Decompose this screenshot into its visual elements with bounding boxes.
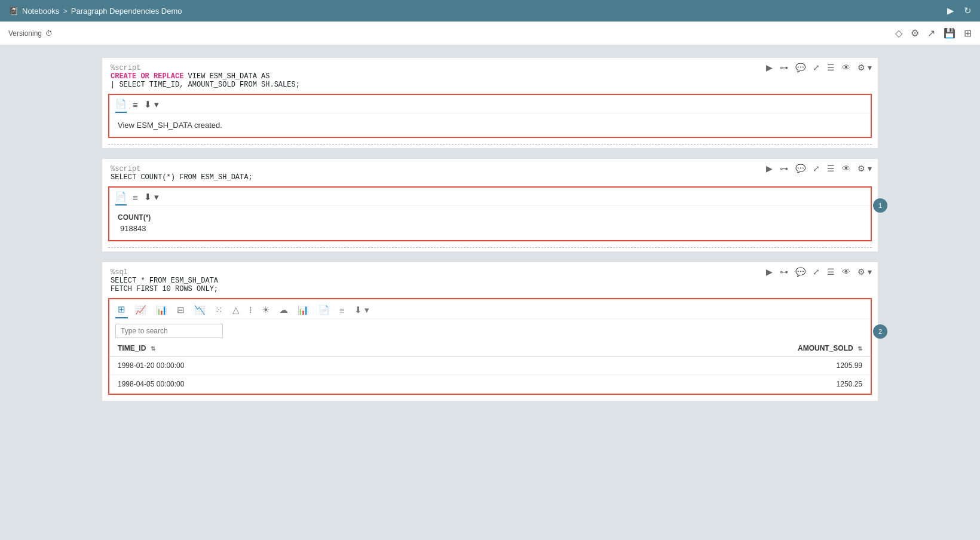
para2-gear-icon[interactable]: ⚙ ▾ bbox=[858, 164, 872, 173]
toolbar-right: ◇ ⚙ ↗ 💾 ⊞ bbox=[895, 27, 972, 39]
breadcrumb-separator: > bbox=[63, 7, 68, 16]
main-content: ▶ ⊶ 💬 ⤢ ☰ 👁 ⚙ ▾ %script CREATE OR REPLAC… bbox=[0, 45, 980, 540]
para1-result-content: View ESM_SH_DATA created. bbox=[109, 113, 871, 137]
page-title: Paragraph Dependencies Demo bbox=[71, 7, 182, 16]
para1-run-icon[interactable]: ▶ bbox=[766, 63, 773, 72]
para2-code-line1: SELECT COUNT(*) FROM ESM_SH_DATA; bbox=[111, 173, 869, 182]
para2-tab-file[interactable]: 📄 bbox=[115, 191, 127, 205]
para2-badge: 1 bbox=[873, 198, 887, 213]
para1-dashed-line bbox=[108, 144, 872, 145]
para2-expand-icon[interactable]: ⤢ bbox=[813, 164, 820, 173]
para1-tab-sliders[interactable]: ≡ bbox=[133, 100, 138, 112]
para3-tab-file[interactable]: 📄 bbox=[316, 303, 332, 318]
para3-tab-table[interactable]: ⊞ bbox=[115, 303, 128, 318]
para3-badge: 2 bbox=[873, 324, 887, 339]
para2-tab-download[interactable]: ⬇ ▾ bbox=[144, 192, 159, 205]
para3-tab-sun[interactable]: ☀ bbox=[259, 303, 272, 318]
para3-gear-icon[interactable]: ⚙ ▾ bbox=[858, 267, 872, 277]
para3-tab-dots[interactable]: ⁞ bbox=[247, 303, 255, 318]
paragraph-3: ▶ ⊶ 💬 ⤢ ☰ 👁 ⚙ ▾ 2 %sql SELECT * FROM ESM… bbox=[102, 262, 878, 401]
toolbar: Versioning ⏱ ◇ ⚙ ↗ 💾 ⊞ bbox=[0, 22, 980, 45]
amount-sort-icon[interactable]: ⇅ bbox=[858, 345, 862, 352]
cell-time_id-2: 1998-04-05 00:00:00 bbox=[109, 375, 495, 394]
para3-tab-download[interactable]: ⬇ ▾ bbox=[352, 303, 372, 318]
notebook-icon: 📓 bbox=[8, 6, 19, 16]
para1-expand-icon[interactable]: ⤢ bbox=[813, 63, 820, 72]
para3-list-icon[interactable]: ☰ bbox=[827, 267, 835, 277]
para2-hierarchy-icon[interactable]: ⊶ bbox=[780, 164, 788, 173]
para2-result-content: COUNT(*) 918843 bbox=[109, 206, 871, 240]
para3-tab-cloud[interactable]: ☁ bbox=[277, 303, 290, 318]
para3-tab-triangle[interactable]: △ bbox=[230, 303, 242, 318]
para1-code-line2: | SELECT TIME_ID, AMOUNT_SOLD FROM SH.SA… bbox=[111, 81, 869, 89]
para3-tab-chart2[interactable]: 📊 bbox=[295, 303, 311, 318]
para3-tab-scatter[interactable]: ⁙ bbox=[213, 303, 225, 318]
para3-search-box bbox=[115, 324, 865, 338]
para3-code-line2: FETCH FIRST 10 ROWS ONLY; bbox=[111, 285, 869, 293]
para3-code: %sql SELECT * FROM ESM_SH_DATA FETCH FIR… bbox=[102, 262, 878, 296]
top-bar: 📓 Notebooks > Paragraph Dependencies Dem… bbox=[0, 0, 980, 22]
para2-dashed-line bbox=[108, 247, 872, 248]
para3-tab-areachart[interactable]: 📉 bbox=[192, 303, 208, 318]
para1-gear-icon[interactable]: ⚙ ▾ bbox=[858, 63, 872, 72]
para3-data-table: TIME_ID ⇅ AMOUNT_SOLD ⇅ 1998-01-20 00:00… bbox=[109, 340, 871, 394]
para1-tab-file[interactable]: 📄 bbox=[115, 99, 127, 113]
refresh-icon[interactable]: ↻ bbox=[964, 5, 972, 16]
table-header-row: TIME_ID ⇅ AMOUNT_SOLD ⇅ bbox=[109, 340, 871, 357]
para3-run-icon[interactable]: ▶ bbox=[766, 267, 773, 277]
para2-result: 📄 ≡ ⬇ ▾ COUNT(*) 918843 bbox=[108, 186, 872, 241]
para2-magic: %script bbox=[111, 165, 869, 173]
col-header-time_id: TIME_ID ⇅ bbox=[109, 340, 495, 357]
cell-time_id-1: 1998-01-20 00:00:00 bbox=[109, 357, 495, 375]
table-row: 1998-01-20 00:00:00 1205.99 bbox=[109, 357, 871, 375]
breadcrumb: 📓 Notebooks > Paragraph Dependencies Dem… bbox=[8, 6, 182, 16]
para1-magic: %script bbox=[111, 64, 869, 72]
para2-tab-sliders[interactable]: ≡ bbox=[133, 192, 138, 205]
cell-amount_sold-1: 1205.99 bbox=[495, 357, 871, 375]
table-row: 1998-04-05 00:00:00 1250.25 bbox=[109, 375, 871, 394]
para1-comment-icon[interactable]: 💬 bbox=[795, 63, 806, 72]
para3-eye-icon[interactable]: 👁 bbox=[842, 267, 850, 277]
para3-magic: %sql bbox=[111, 268, 869, 277]
para3-tab-filterchart[interactable]: ⊟ bbox=[174, 303, 187, 318]
para2-toolbar: ▶ ⊶ 💬 ⤢ ☰ 👁 ⚙ ▾ bbox=[766, 164, 872, 173]
para2-col-value: 918843 bbox=[118, 224, 862, 233]
para3-code-line1: SELECT * FROM ESM_SH_DATA bbox=[111, 277, 869, 285]
para3-tab-sliders[interactable]: ≡ bbox=[337, 304, 347, 318]
para1-list-icon[interactable]: ☰ bbox=[827, 63, 835, 72]
para3-tab-barchart[interactable]: 📊 bbox=[154, 303, 170, 318]
para1-eye-icon[interactable]: 👁 bbox=[842, 63, 850, 72]
col-header-amount_sold: AMOUNT_SOLD ⇅ bbox=[495, 340, 871, 357]
notebooks-label[interactable]: Notebooks bbox=[22, 7, 59, 16]
clone-icon[interactable]: ⊞ bbox=[964, 27, 972, 39]
timeid-sort-icon[interactable]: ⇅ bbox=[151, 345, 155, 352]
para3-result: ⊞ 📈 📊 ⊟ 📉 ⁙ △ ⁞ ☀ ☁ 📊 📄 ≡ ⬇ ▾ bbox=[108, 298, 872, 395]
para3-comment-icon[interactable]: 💬 bbox=[795, 267, 806, 277]
cell-amount_sold-2: 1250.25 bbox=[495, 375, 871, 394]
para1-result: 📄 ≡ ⬇ ▾ View ESM_SH_DATA created. bbox=[108, 94, 872, 138]
para1-result-text: View ESM_SH_DATA created. bbox=[118, 121, 222, 130]
para3-hierarchy-icon[interactable]: ⊶ bbox=[780, 267, 788, 277]
para2-list-icon[interactable]: ☰ bbox=[827, 164, 835, 173]
para1-result-tabs: 📄 ≡ ⬇ ▾ bbox=[109, 95, 871, 113]
paragraph-1: ▶ ⊶ 💬 ⤢ ☰ 👁 ⚙ ▾ %script CREATE OR REPLAC… bbox=[102, 57, 878, 149]
para1-hierarchy-icon[interactable]: ⊶ bbox=[780, 63, 788, 72]
search-input[interactable] bbox=[115, 324, 223, 338]
save-icon[interactable]: 💾 bbox=[944, 27, 956, 39]
export-icon[interactable]: ↗ bbox=[927, 27, 935, 39]
run-icon[interactable]: ▶ bbox=[947, 5, 954, 16]
top-actions: ▶ ↻ bbox=[947, 5, 972, 16]
para3-expand-icon[interactable]: ⤢ bbox=[813, 267, 820, 277]
para2-eye-icon[interactable]: 👁 bbox=[842, 164, 850, 173]
para2-code: %script SELECT COUNT(*) FROM ESM_SH_DATA… bbox=[102, 159, 878, 184]
para1-code-line1: CREATE OR REPLACE VIEW ESM_SH_DATA AS bbox=[111, 72, 869, 81]
network-icon[interactable]: ⚙ bbox=[911, 27, 919, 39]
para2-comment-icon[interactable]: 💬 bbox=[795, 164, 806, 173]
eraser-icon[interactable]: ◇ bbox=[895, 27, 902, 39]
para3-tab-linechart[interactable]: 📈 bbox=[133, 303, 149, 318]
para2-run-icon[interactable]: ▶ bbox=[766, 164, 773, 173]
para1-code: %script CREATE OR REPLACE VIEW ESM_SH_DA… bbox=[102, 58, 878, 91]
para1-tab-download[interactable]: ⬇ ▾ bbox=[144, 99, 159, 112]
versioning-label: Versioning bbox=[8, 29, 42, 38]
versioning-clock-icon[interactable]: ⏱ bbox=[45, 29, 53, 38]
